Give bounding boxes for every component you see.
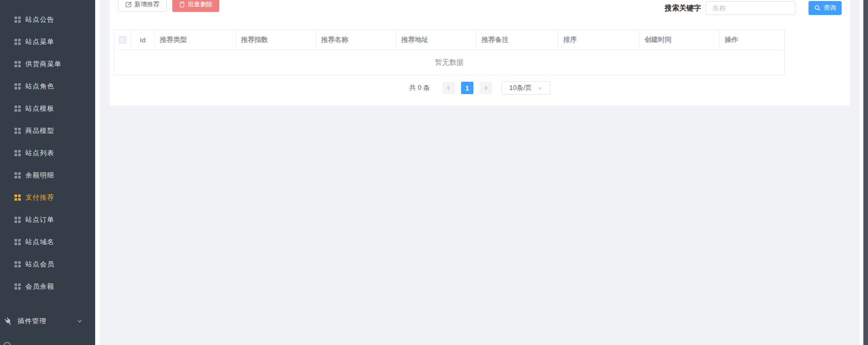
- sidebar-item-payment-recommend[interactable]: 支付推荐: [0, 186, 95, 208]
- batch-delete-label: 批量删除: [188, 0, 213, 9]
- column-header-id: id: [131, 30, 155, 50]
- column-header-recommend-name: 推荐名称: [316, 30, 396, 50]
- sidebar-item-label: 站点会员: [25, 260, 54, 269]
- sidebar-item-label: 站点模板: [25, 104, 54, 113]
- add-recommend-button[interactable]: 新增推荐: [118, 0, 167, 12]
- select-all-cell: [114, 30, 131, 50]
- query-label: 查询: [824, 4, 836, 12]
- sidebar-item-supplier-menu[interactable]: 供货商菜单: [0, 53, 95, 75]
- right-scrollbar-track: [860, 0, 863, 345]
- grid-icon: [14, 283, 21, 290]
- add-recommend-label: 新增推荐: [134, 0, 159, 9]
- grid-icon: [14, 172, 21, 179]
- column-header-recommend-remark: 推荐备注: [476, 30, 558, 50]
- sidebar-item-label: 站点列表: [25, 148, 54, 158]
- chevron-left-icon: [446, 85, 451, 91]
- search-icon: [814, 5, 821, 11]
- sidebar-item-balance-detail[interactable]: 余额明细: [0, 164, 95, 186]
- grid-icon: [14, 61, 21, 68]
- content-card: 新增推荐 批量删除 搜索关键字 查询 id 推荐类型 推荐指数: [110, 0, 850, 106]
- search-input[interactable]: [706, 1, 796, 15]
- sidebar-section-label: 插件管理: [18, 317, 77, 326]
- sidebar-item-product-model[interactable]: 商品模型: [0, 119, 95, 142]
- column-header-actions: 操作: [720, 30, 784, 50]
- sidebar-item-member-balance[interactable]: 会员余额: [0, 275, 95, 297]
- table-header-row: id 推荐类型 推荐指数 推荐名称 推荐地址 推荐备注 排序 创建时间 操作: [114, 30, 784, 50]
- sidebar-item-label: 站点订单: [25, 215, 54, 224]
- sidebar-item-site-domain[interactable]: 站点域名: [0, 231, 95, 253]
- chevron-down-icon: [537, 85, 543, 91]
- partial-section-icon: [4, 342, 11, 345]
- sidebar-scrollbar[interactable]: [95, 0, 100, 345]
- sidebar-item-site-role[interactable]: 站点角色: [0, 75, 95, 97]
- pagination-prev-button[interactable]: [442, 82, 455, 94]
- sidebar-item-label: 站点域名: [25, 237, 54, 247]
- grid-icon: [14, 38, 21, 46]
- sidebar-item-plugin-management[interactable]: 插件管理: [0, 310, 95, 332]
- sidebar-item-site-menu[interactable]: 站点菜单: [0, 31, 95, 53]
- batch-delete-button[interactable]: 批量删除: [172, 0, 219, 12]
- sidebar-item-label: 商品模型: [25, 126, 54, 136]
- sidebar-item-label: 供货商菜单: [25, 59, 62, 69]
- grid-icon: [14, 216, 21, 223]
- sidebar-item-site-order[interactable]: 站点订单: [0, 208, 95, 231]
- column-header-create-time: 创建时间: [639, 30, 720, 50]
- pagination: 共 0 条 1 10条/页: [409, 81, 550, 95]
- search-keyword-label: 搜索关键字: [665, 4, 701, 13]
- data-table: id 推荐类型 推荐指数 推荐名称 推荐地址 推荐备注 排序 创建时间 操作 暂…: [114, 29, 785, 76]
- grid-icon: [14, 127, 21, 134]
- trash-icon: [179, 1, 185, 8]
- sidebar: 站点公告 站点菜单 供货商菜单 站点角色 站点模板 商品模型 站点列表 余额明细…: [0, 0, 95, 345]
- column-header-sort: 排序: [558, 30, 639, 50]
- chevron-right-icon: [483, 85, 488, 91]
- sidebar-item-label: 余额明细: [25, 171, 54, 180]
- column-header-recommend-address: 推荐地址: [396, 30, 476, 50]
- search-group: 搜索关键字 查询: [665, 1, 842, 15]
- sidebar-item-label: 站点角色: [25, 82, 54, 91]
- empty-text: 暂无数据: [435, 58, 464, 67]
- grid-icon: [14, 105, 21, 112]
- column-header-recommend-type: 推荐类型: [155, 30, 236, 50]
- page-size-value: 10条/页: [509, 83, 532, 93]
- pagination-page-1[interactable]: 1: [461, 82, 473, 94]
- grid-icon: [14, 149, 21, 157]
- page-size-select[interactable]: 10条/页: [501, 81, 550, 95]
- grid-icon: [14, 238, 21, 246]
- sidebar-item-site-list[interactable]: 站点列表: [0, 142, 95, 164]
- edit-square-icon: [125, 1, 132, 8]
- select-all-checkbox[interactable]: [119, 36, 126, 43]
- grid-icon: [14, 194, 21, 201]
- pagination-next-button[interactable]: [480, 82, 492, 94]
- column-header-recommend-index: 推荐指数: [236, 30, 316, 50]
- sidebar-item-label: 站点公告: [25, 15, 54, 24]
- sidebar-item-site-announcement[interactable]: 站点公告: [0, 8, 95, 31]
- grid-icon: [14, 83, 21, 90]
- table-empty-state: 暂无数据: [114, 50, 784, 75]
- plug-icon: [3, 315, 14, 327]
- grid-icon: [14, 16, 21, 23]
- sidebar-item-site-template[interactable]: 站点模板: [0, 97, 95, 119]
- sidebar-item-label: 支付推荐: [25, 193, 54, 202]
- sidebar-item-label: 站点菜单: [25, 37, 54, 47]
- right-edge-panel: [863, 0, 868, 345]
- sidebar-item-site-member[interactable]: 站点会员: [0, 253, 95, 275]
- query-button[interactable]: 查询: [809, 1, 842, 15]
- pagination-total: 共 0 条: [409, 83, 430, 93]
- sidebar-item-label: 会员余额: [25, 282, 54, 291]
- chevron-down-icon: [77, 318, 83, 324]
- grid-icon: [14, 261, 21, 268]
